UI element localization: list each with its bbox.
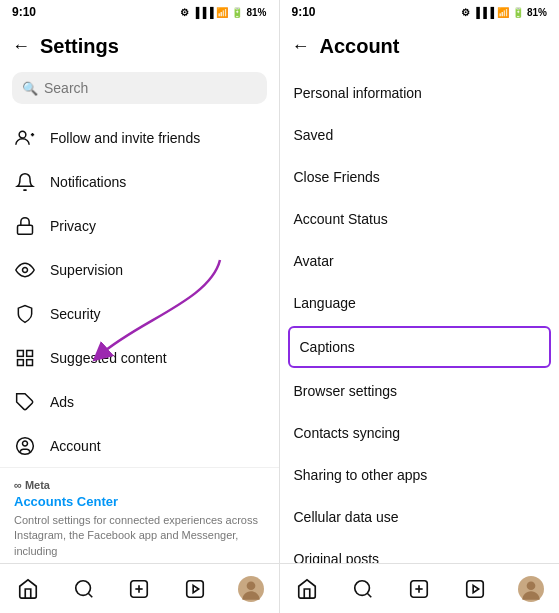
account-title: Account <box>320 35 400 58</box>
svg-point-27 <box>355 580 370 595</box>
contacts-syncing-label: Contacts syncing <box>294 425 401 441</box>
menu-item-privacy[interactable]: Privacy <box>0 204 279 248</box>
bottom-nav-add-right[interactable] <box>399 572 439 606</box>
bottom-nav-home-right[interactable] <box>287 572 327 606</box>
account-item-captions[interactable]: Captions <box>288 326 552 368</box>
tag-icon <box>14 391 36 413</box>
settings-panel: 9:10 ⚙ ▐▐▐ 📶 🔋 81% ← Settings 🔍 Follow a… <box>0 0 280 613</box>
person-plus-icon <box>14 127 36 149</box>
search-bar[interactable]: 🔍 <box>12 72 267 104</box>
saved-label: Saved <box>294 127 334 143</box>
profile-avatar-right <box>518 576 544 602</box>
account-item-browser-settings[interactable]: Browser settings <box>280 370 560 412</box>
svg-text:∞ Meta: ∞ Meta <box>14 479 50 491</box>
suggested-label: Suggested content <box>50 350 167 366</box>
personal-info-label: Personal information <box>294 85 422 101</box>
security-label: Security <box>50 306 101 322</box>
bell-icon <box>14 171 36 193</box>
add-icon-left <box>128 578 150 600</box>
account-label: Account <box>50 438 101 454</box>
search-nav-icon-right <box>352 578 374 600</box>
svg-point-35 <box>527 581 536 590</box>
account-item-contacts-syncing[interactable]: Contacts syncing <box>280 412 560 454</box>
account-item-close-friends[interactable]: Close Friends <box>280 156 560 198</box>
eye-icon <box>14 259 36 281</box>
menu-item-account[interactable]: Account <box>0 424 279 467</box>
person-circle-icon <box>14 435 36 457</box>
menu-item-security[interactable]: Security <box>0 292 279 336</box>
home-icon-right <box>296 578 318 600</box>
wifi-icon-right: 📶 <box>497 7 509 18</box>
account-item-saved[interactable]: Saved <box>280 114 560 156</box>
status-bar-right: 9:10 ⚙ ▐▐▐ 📶 🔋 81% <box>280 0 560 24</box>
settings-menu-list: Follow and invite friends Notifications … <box>0 112 279 467</box>
battery-icon: 🔋 <box>231 7 243 18</box>
original-posts-label: Original posts <box>294 551 380 563</box>
reels-icon-right <box>464 578 486 600</box>
meta-section: ∞ Meta Accounts Center Control settings … <box>0 467 279 563</box>
bottom-nav-search-left[interactable] <box>64 572 104 606</box>
battery-pct-right: 81% <box>527 7 547 18</box>
settings-title: Settings <box>40 35 119 58</box>
ads-label: Ads <box>50 394 74 410</box>
browser-settings-label: Browser settings <box>294 383 397 399</box>
svg-rect-23 <box>187 580 204 597</box>
menu-item-suggested[interactable]: Suggested content <box>0 336 279 380</box>
account-item-personal-info[interactable]: Personal information <box>280 72 560 114</box>
accounts-center-link[interactable]: Accounts Center <box>14 494 265 509</box>
menu-item-follow[interactable]: Follow and invite friends <box>0 116 279 160</box>
svg-rect-5 <box>18 351 24 357</box>
settings-icon-left: ⚙ <box>180 7 189 18</box>
bottom-nav-right <box>280 563 560 613</box>
bottom-nav-search-right[interactable] <box>343 572 383 606</box>
menu-item-ads[interactable]: Ads <box>0 380 279 424</box>
account-item-original-posts[interactable]: Original posts <box>280 538 560 563</box>
svg-rect-6 <box>27 351 33 357</box>
status-bar-left: 9:10 ⚙ ▐▐▐ 📶 🔋 81% <box>0 0 279 24</box>
account-item-account-status[interactable]: Account Status <box>280 198 560 240</box>
profile-avatar-left <box>238 576 264 602</box>
search-input[interactable] <box>44 80 257 96</box>
bottom-nav-home-left[interactable] <box>8 572 48 606</box>
status-icons-right: ⚙ ▐▐▐ 📶 🔋 81% <box>461 7 547 18</box>
avatar-label: Avatar <box>294 253 334 269</box>
follow-label: Follow and invite friends <box>50 130 200 146</box>
account-item-sharing-other-apps[interactable]: Sharing to other apps <box>280 454 560 496</box>
grid-icon <box>14 347 36 369</box>
meta-description: Control settings for connected experienc… <box>14 513 265 559</box>
account-status-label: Account Status <box>294 211 388 227</box>
svg-rect-7 <box>18 360 24 366</box>
signal-icon: ▐▐▐ <box>192 7 213 18</box>
cellular-data-label: Cellular data use <box>294 509 399 525</box>
lock-icon <box>14 215 36 237</box>
bottom-nav-reels-left[interactable] <box>175 572 215 606</box>
back-button-left[interactable]: ← <box>12 36 30 57</box>
settings-header: ← Settings <box>0 24 279 68</box>
svg-rect-32 <box>467 580 484 597</box>
menu-item-supervision[interactable]: Supervision <box>0 248 279 292</box>
sharing-other-apps-label: Sharing to other apps <box>294 467 428 483</box>
account-item-cellular-data[interactable]: Cellular data use <box>280 496 560 538</box>
account-item-language[interactable]: Language <box>280 282 560 324</box>
svg-marker-24 <box>193 585 199 592</box>
battery-icon-right: 🔋 <box>512 7 524 18</box>
svg-point-11 <box>23 441 28 446</box>
account-item-avatar[interactable]: Avatar <box>280 240 560 282</box>
bottom-nav-reels-right[interactable] <box>455 572 495 606</box>
bottom-nav-profile-right[interactable] <box>511 572 551 606</box>
meta-logo: ∞ Meta <box>14 478 265 492</box>
bottom-nav-add-left[interactable] <box>119 572 159 606</box>
svg-point-26 <box>246 581 255 590</box>
menu-item-notifications[interactable]: Notifications <box>0 160 279 204</box>
svg-point-18 <box>75 580 90 595</box>
back-button-right[interactable]: ← <box>292 36 310 57</box>
svg-line-19 <box>88 593 92 597</box>
svg-marker-33 <box>473 585 479 592</box>
time-right: 9:10 <box>292 5 316 19</box>
meta-logo-svg: ∞ Meta <box>14 478 50 492</box>
shield-icon <box>14 303 36 325</box>
close-friends-label: Close Friends <box>294 169 380 185</box>
bottom-nav-profile-left[interactable] <box>231 572 271 606</box>
search-icon: 🔍 <box>22 81 38 96</box>
signal-icon-right: ▐▐▐ <box>473 7 494 18</box>
